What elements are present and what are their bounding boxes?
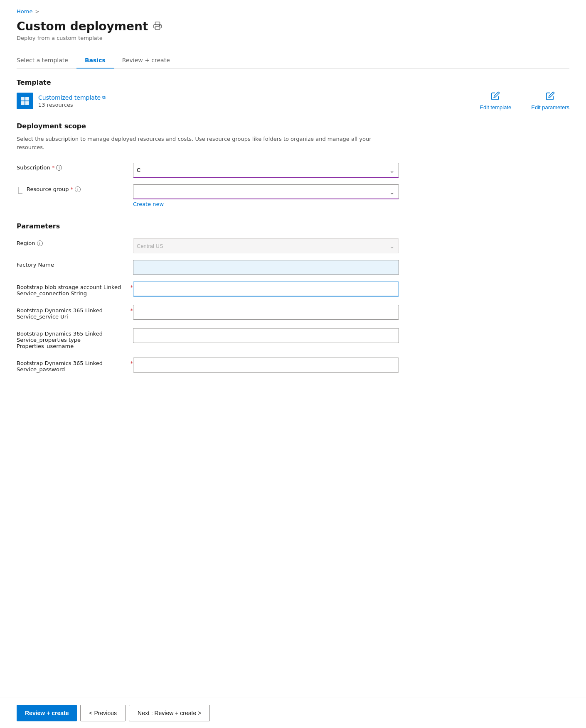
svg-point-2 bbox=[160, 25, 160, 26]
page-subtitle: Deploy from a custom template bbox=[17, 35, 569, 41]
factory-name-label: Factory Name bbox=[17, 257, 133, 278]
parameters-form: Region i Central US Factory Name Bootstr… bbox=[17, 235, 399, 377]
region-select[interactable]: Central US bbox=[133, 238, 399, 253]
breadcrumb-separator: > bbox=[35, 9, 39, 15]
bootstrap-blob-input[interactable] bbox=[133, 282, 399, 297]
template-info: Customized template ⧉ 13 resources bbox=[38, 94, 475, 108]
template-actions: Edit template Edit parameters bbox=[480, 91, 569, 110]
bootstrap-d365-props-label: Bootstrap Dynamics 365 Linked Service_pr… bbox=[17, 325, 133, 354]
bootstrap-d365-pwd-control-cell bbox=[133, 354, 399, 377]
tabs-container: Select a template Basics Review + create bbox=[17, 53, 569, 69]
edit-template-pencil-icon bbox=[491, 91, 500, 103]
resource-group-label: Resource group bbox=[27, 186, 69, 192]
create-new-link[interactable]: Create new bbox=[133, 201, 399, 207]
bootstrap-blob-control-cell bbox=[133, 278, 399, 301]
template-icon bbox=[17, 93, 33, 109]
region-control-cell: Central US bbox=[133, 235, 399, 257]
edit-template-label: Edit template bbox=[480, 104, 511, 110]
previous-button[interactable]: < Previous bbox=[80, 705, 126, 721]
factory-name-input[interactable] bbox=[133, 260, 399, 275]
subscription-select-wrapper: C bbox=[133, 163, 399, 178]
bootstrap-d365-pwd-input[interactable] bbox=[133, 358, 399, 373]
parameters-section: Parameters Region i Central US Factory N… bbox=[17, 222, 569, 377]
bootstrap-d365-uri-label: Bootstrap Dynamics 365 Linked Service_se… bbox=[17, 301, 133, 325]
resource-group-control-cell: Create new bbox=[133, 181, 399, 211]
page-title-container: Custom deployment bbox=[17, 20, 569, 33]
edit-parameters-label: Edit parameters bbox=[531, 104, 569, 110]
resource-group-info-icon[interactable]: i bbox=[75, 186, 81, 192]
resource-group-required-star: * bbox=[71, 186, 74, 192]
subscription-label: Subscription * i bbox=[17, 159, 133, 181]
subscription-select[interactable]: C bbox=[133, 163, 399, 178]
deployment-scope-title: Deployment scope bbox=[17, 122, 569, 130]
template-resources-count: 13 resources bbox=[38, 102, 475, 108]
tab-select-template[interactable]: Select a template bbox=[17, 53, 76, 69]
subscription-control-cell: C bbox=[133, 159, 399, 181]
subscription-required-star: * bbox=[52, 164, 55, 171]
print-icon[interactable] bbox=[153, 21, 162, 32]
resource-group-label-cell: Resource group * i bbox=[17, 181, 133, 211]
svg-rect-6 bbox=[25, 101, 29, 105]
region-info-icon[interactable]: i bbox=[37, 240, 43, 246]
deployment-scope-form: Subscription * i C Resource group * bbox=[17, 159, 399, 211]
subscription-info-icon[interactable]: i bbox=[56, 165, 62, 171]
resource-group-select[interactable] bbox=[133, 184, 399, 199]
factory-name-control-cell bbox=[133, 257, 399, 278]
svg-rect-5 bbox=[21, 101, 25, 105]
page-title: Custom deployment bbox=[17, 20, 148, 33]
bootstrap-d365-pwd-label: Bootstrap Dynamics 365 Linked Service_pa… bbox=[17, 354, 133, 377]
template-name-link[interactable]: Customized template ⧉ bbox=[38, 94, 475, 101]
template-section: Template Customized template ⧉ 13 resour… bbox=[17, 78, 569, 110]
external-link-icon: ⧉ bbox=[102, 95, 106, 100]
region-select-wrapper: Central US bbox=[133, 238, 399, 253]
bottom-bar: Review + create < Previous Next : Review… bbox=[0, 698, 586, 728]
bootstrap-d365-props-control-cell bbox=[133, 325, 399, 354]
bootstrap-blob-label: Bootstrap blob stroage account Linked Se… bbox=[17, 278, 133, 301]
bootstrap-d365-uri-control-cell bbox=[133, 301, 399, 325]
bootstrap-d365-uri-input[interactable] bbox=[133, 305, 399, 320]
template-card: Customized template ⧉ 13 resources Edit … bbox=[17, 91, 569, 110]
breadcrumb: Home > bbox=[17, 8, 569, 15]
breadcrumb-home[interactable]: Home bbox=[17, 8, 32, 15]
edit-parameters-pencil-icon bbox=[546, 91, 555, 103]
next-button[interactable]: Next : Review + create > bbox=[129, 705, 210, 721]
svg-rect-3 bbox=[21, 97, 25, 100]
parameters-section-title: Parameters bbox=[17, 222, 569, 230]
bootstrap-d365-props-input[interactable] bbox=[133, 328, 399, 343]
svg-rect-1 bbox=[155, 26, 160, 29]
tab-review-create[interactable]: Review + create bbox=[114, 53, 178, 69]
deployment-scope-section: Deployment scope Select the subscription… bbox=[17, 122, 569, 211]
resource-group-select-wrapper bbox=[133, 184, 399, 199]
region-label: Region i bbox=[17, 235, 133, 257]
review-create-button[interactable]: Review + create bbox=[17, 705, 77, 721]
edit-parameters-button[interactable]: Edit parameters bbox=[531, 91, 569, 110]
tab-basics[interactable]: Basics bbox=[76, 53, 114, 69]
connector-line-icon bbox=[17, 187, 24, 199]
template-section-title: Template bbox=[17, 78, 569, 86]
edit-template-button[interactable]: Edit template bbox=[480, 91, 511, 110]
scope-description: Select the subscription to manage deploy… bbox=[17, 135, 391, 151]
svg-rect-4 bbox=[25, 97, 29, 100]
